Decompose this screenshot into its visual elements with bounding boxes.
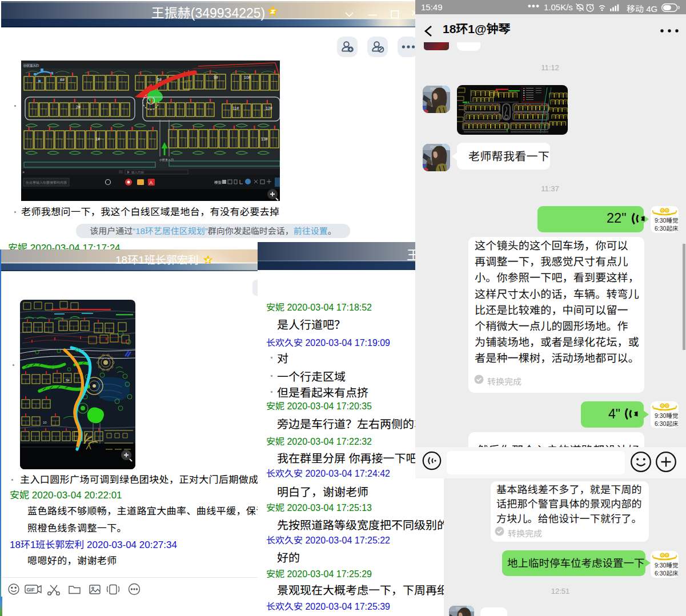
svg-text:10: 10: [43, 421, 47, 424]
svg-text:12#: 12#: [266, 106, 272, 110]
svg-text:A: A: [150, 180, 153, 186]
svg-text:6:30起床: 6:30起床: [655, 225, 679, 232]
svg-text:13#: 13#: [261, 137, 268, 141]
svg-text:9:30睡觉: 9:30睡觉: [655, 217, 678, 224]
svg-text:模型: 模型: [214, 180, 222, 184]
svg-text:4#: 4#: [60, 78, 65, 82]
svg-text:2#: 2#: [76, 105, 81, 109]
svg-text:输入内容: 输入内容: [131, 171, 145, 174]
svg-text:1#: 1#: [95, 137, 100, 141]
svg-text:11#: 11#: [232, 106, 239, 110]
svg-text:GIF: GIF: [27, 587, 35, 593]
svg-text:6:30起床: 6:30起床: [655, 420, 679, 427]
svg-text:×: ×: [22, 170, 25, 174]
svg-text:小区主入口: 小区主入口: [23, 64, 39, 67]
svg-text:9:30睡觉: 9:30睡觉: [655, 562, 678, 569]
svg-text:在这里输入你要搜索的内容: 在这里输入你要搜索的内容: [26, 180, 67, 184]
svg-text:6:30起床: 6:30起床: [655, 570, 679, 577]
svg-text:9:30睡觉: 9:30睡觉: [655, 412, 678, 419]
svg-text:5#: 5#: [66, 379, 70, 382]
svg-text:9#: 9#: [214, 75, 218, 79]
svg-text:5#: 5#: [157, 78, 162, 82]
svg-text:10#: 10#: [244, 75, 251, 79]
